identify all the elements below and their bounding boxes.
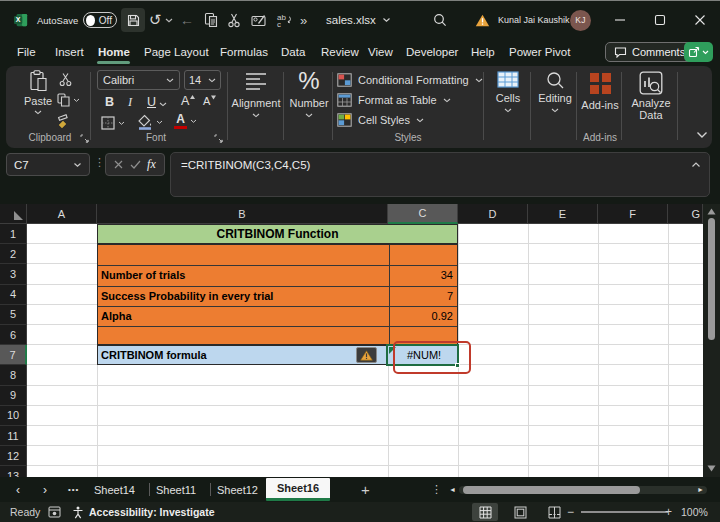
italic-button[interactable]: I (128, 95, 132, 110)
cut-button[interactable] (228, 0, 240, 40)
redo-button[interactable]: ← (180, 0, 194, 40)
number-format-button[interactable]: % Number (288, 68, 330, 118)
font-size-select[interactable]: 14 (184, 70, 221, 90)
search-button[interactable] (433, 0, 447, 40)
paste-button[interactable]: Paste (18, 70, 58, 115)
normal-view-button[interactable] (472, 503, 498, 521)
save-button[interactable] (121, 0, 145, 40)
row-header-8[interactable]: 8 (0, 365, 27, 385)
cell-styles-button[interactable]: Cell Styles (337, 113, 424, 127)
fill-color-button[interactable] (137, 114, 163, 130)
replace-button[interactable]: ab c (276, 0, 292, 40)
hscroll-right-arrow[interactable]: ► (697, 477, 704, 502)
tab-file[interactable]: File (17, 40, 36, 64)
conditional-formatting-button[interactable]: Conditional Formatting (337, 73, 483, 87)
range-b2-c6[interactable]: Number of trials 34 Success Probability … (97, 244, 458, 345)
user-name[interactable]: Kunal Jai Kaushik (498, 0, 570, 40)
alert-button[interactable] (475, 0, 490, 40)
sheet-tab-sheet11[interactable]: Sheet11 (156, 477, 196, 502)
row-header-5[interactable]: 5 (0, 305, 27, 325)
formula-bar-expand-icon[interactable] (691, 161, 701, 168)
hscroll-left-arrow[interactable]: ◄ (449, 477, 456, 502)
name-box[interactable]: C7 (6, 153, 90, 176)
zoom-in-button[interactable]: + (665, 502, 672, 522)
zoom-out-button[interactable]: − (567, 502, 574, 522)
scroll-up-icon[interactable] (707, 208, 716, 215)
copy-button[interactable] (204, 0, 219, 40)
sheet-tab-sheet12[interactable]: Sheet12 (217, 477, 258, 502)
row-header-10[interactable]: 10 (0, 406, 27, 426)
accessibility-button[interactable]: Accessibility: Investigate (72, 502, 214, 522)
zoom-slider[interactable] (581, 502, 668, 522)
pen-card-button[interactable] (251, 0, 266, 40)
autosave-toggle[interactable]: Off (83, 0, 117, 40)
new-sheet-button[interactable]: + (361, 477, 370, 502)
tab-data[interactable]: Data (281, 40, 305, 64)
tab-formulas[interactable]: Formulas (220, 40, 268, 64)
sheet-tab-sheet14[interactable]: Sheet14 (94, 477, 135, 502)
increase-font-button[interactable]: A (181, 94, 196, 108)
decrease-font-button[interactable]: A (203, 94, 217, 107)
formula-bar-drag-dots[interactable]: ⋮ (94, 156, 105, 169)
comments-button[interactable]: Comments (605, 42, 694, 62)
more-commands-button[interactable]: » (300, 0, 307, 40)
column-header-c[interactable]: C (388, 204, 458, 224)
tab-insert[interactable]: Insert (55, 40, 84, 64)
borders-button[interactable] (101, 116, 125, 130)
column-header-e[interactable]: E (528, 204, 598, 224)
document-title[interactable]: sales.xlsx (326, 0, 391, 40)
avatar[interactable]: KJ (570, 0, 591, 40)
column-header-a[interactable]: A (27, 204, 97, 224)
maximize-button[interactable] (640, 0, 680, 40)
alignment-button[interactable]: Alignment (234, 72, 278, 118)
font-dialog-launcher[interactable] (214, 134, 223, 143)
collapse-ribbon-button[interactable] (696, 131, 708, 139)
page-layout-view-button[interactable] (507, 503, 533, 521)
add-ins-button[interactable]: Add-ins (580, 72, 620, 111)
all-sheets-button[interactable]: ••• (68, 477, 79, 502)
minimize-button[interactable] (600, 0, 640, 40)
sheet-tab-sheet16-active[interactable]: Sheet16 (266, 478, 330, 501)
row-header-4[interactable]: 4 (0, 285, 27, 305)
analyze-data-button[interactable]: Analyze Data (626, 71, 676, 121)
tab-bar-menu-button[interactable]: ⋮ (431, 477, 442, 502)
prev-sheet-button[interactable]: ‹ (16, 477, 20, 502)
tab-developer[interactable]: Developer (406, 40, 458, 64)
undo-button[interactable]: ↺ (149, 0, 173, 40)
editing-button[interactable]: Editing (534, 71, 576, 113)
error-options-button[interactable] (356, 347, 377, 363)
share-button[interactable] (684, 42, 713, 62)
vertical-scrollbar[interactable] (703, 204, 720, 477)
tab-view[interactable]: View (368, 40, 393, 64)
column-header-f[interactable]: F (598, 204, 668, 224)
formula-bar[interactable]: =CRITBINOM(C3,C4,C5) (170, 152, 710, 197)
font-color-button[interactable]: A (174, 113, 197, 129)
row-header-3[interactable]: 3 (0, 264, 27, 284)
next-sheet-button[interactable]: › (43, 477, 47, 502)
enter-check-icon[interactable] (130, 160, 141, 169)
page-break-view-button[interactable] (541, 503, 567, 521)
cell-b1-title[interactable]: CRITBINOM Function (97, 224, 458, 244)
vertical-scrollbar-thumb[interactable] (708, 218, 715, 340)
tab-help[interactable]: Help (471, 40, 495, 64)
row-header-7[interactable]: 7 (0, 345, 27, 365)
column-header-b[interactable]: B (97, 204, 388, 224)
cells-button[interactable]: Cells (487, 71, 529, 113)
column-header-g[interactable]: G (668, 204, 703, 224)
insert-function-button[interactable]: fx (147, 157, 156, 172)
format-as-table-button[interactable]: Format as Table (337, 93, 451, 107)
row-header-9[interactable]: 9 (0, 386, 27, 406)
format-painter-button[interactable] (57, 114, 72, 129)
cut-button-ribbon[interactable] (59, 73, 72, 87)
bold-button[interactable]: B (105, 95, 114, 109)
underline-button[interactable]: U (147, 95, 156, 109)
tab-page-layout[interactable]: Page Layout (144, 40, 209, 64)
macro-record-button[interactable] (48, 502, 61, 522)
select-all-corner[interactable] (0, 204, 27, 224)
row-header-2[interactable]: 2 (0, 244, 27, 264)
row-header-13[interactable]: 13 (0, 466, 27, 477)
scroll-down-icon[interactable] (707, 465, 716, 472)
underline-chevron-icon[interactable] (159, 102, 167, 107)
row-header-11[interactable]: 11 (0, 426, 27, 446)
row-header-1[interactable]: 1 (0, 224, 27, 244)
